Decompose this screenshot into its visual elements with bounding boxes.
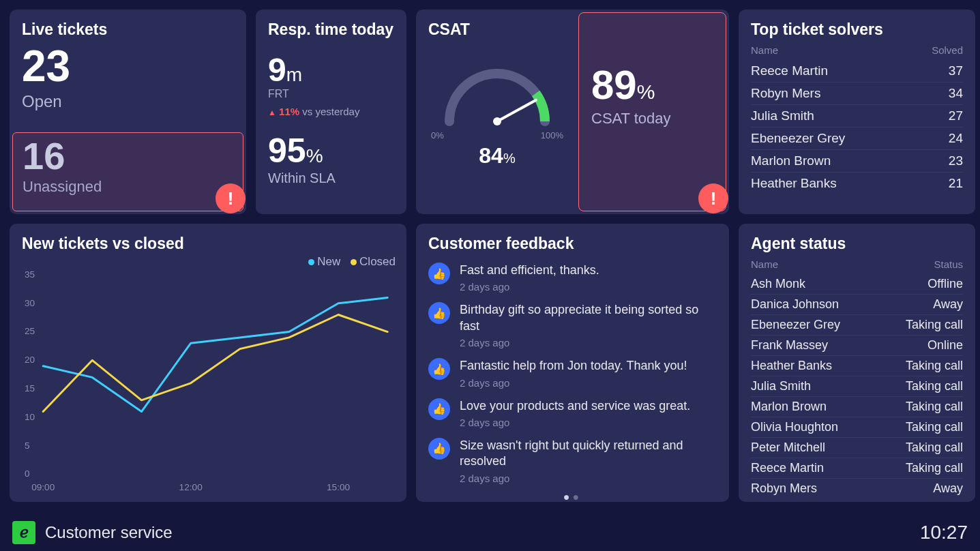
- feedback-text: Fantastic help from Jon today. Thank you…: [460, 358, 687, 374]
- svg-text:09:00: 09:00: [31, 482, 55, 492]
- table-row: Reece MartinTaking call: [751, 458, 963, 478]
- svg-text:15:00: 15:00: [327, 482, 351, 492]
- svg-text:5: 5: [25, 441, 30, 451]
- solver-name: Robyn Mers: [751, 86, 820, 101]
- solver-count: 27: [949, 108, 963, 123]
- legend-dot-closed: [351, 259, 357, 265]
- solver-count: 21: [949, 176, 963, 191]
- legend-dot-new: [308, 259, 314, 265]
- col-solved: Solved: [932, 44, 963, 56]
- table-row: Ebeneezer Grey24: [751, 127, 963, 149]
- table-row: Ash MonkOffline: [751, 274, 963, 294]
- thumbs-up-icon: 👍: [428, 263, 450, 284]
- agent-status-card: Agent status Name Status Ash MonkOffline…: [739, 224, 975, 502]
- table-row: Julia Smith27: [751, 104, 963, 127]
- line-chart: 0510152025303509:0012:0015:00: [22, 265, 394, 497]
- svg-text:35: 35: [25, 269, 35, 280]
- gauge-value: 84%: [428, 143, 566, 168]
- feedback-item: 👍Fast and efficient, thanks.2 days ago: [428, 263, 717, 293]
- logo-icon: ℯ: [12, 521, 35, 544]
- csat-today-panel: 89% CSAT today !: [578, 12, 726, 211]
- agent-status: Taking call: [906, 441, 963, 455]
- feedback-time: 2 days ago: [460, 417, 690, 428]
- pagination-dots[interactable]: ●●: [428, 491, 717, 502]
- solver-count: 23: [949, 153, 963, 168]
- agent-name: Julia Smith: [751, 379, 811, 393]
- footer-bar: ℯ Customer service 10:27: [0, 514, 980, 551]
- feedback-card: Customer feedback 👍Fast and efficient, t…: [416, 224, 729, 502]
- sla-value: 95%: [268, 134, 394, 168]
- agent-name: Reece Martin: [751, 461, 824, 475]
- frt-delta-pct: 11%: [279, 106, 299, 117]
- solver-count: 24: [949, 131, 963, 146]
- table-row: Reece Martin37: [751, 60, 963, 82]
- thumbs-up-icon: 👍: [428, 438, 450, 460]
- agent-name: Marlon Brown: [751, 400, 827, 414]
- agent-name: Peter Mitchell: [751, 441, 825, 455]
- svg-line-0: [497, 100, 536, 121]
- agent-status: Taking call: [906, 359, 963, 373]
- svg-text:12:00: 12:00: [179, 482, 203, 492]
- table-row: Danica JohnsonAway: [751, 294, 963, 314]
- table-row: Ebeneezer GreyTaking call: [751, 314, 963, 335]
- agent-name: Ash Monk: [751, 277, 805, 291]
- agent-status: Offline: [927, 277, 963, 291]
- card-title: Resp. time today: [268, 20, 394, 39]
- solver-count: 34: [949, 86, 963, 101]
- feedback-text: Fast and efficient, thanks.: [460, 263, 599, 278]
- sla-number: 95: [268, 132, 306, 170]
- frt-unit: m: [286, 64, 302, 85]
- csat-today-label: CSAT today: [591, 110, 713, 128]
- card-title: Live tickets: [22, 20, 234, 39]
- chart-legend: New Closed: [301, 255, 396, 269]
- agent-status: Taking call: [906, 461, 963, 475]
- svg-text:25: 25: [25, 326, 35, 336]
- thumbs-up-icon: 👍: [428, 398, 450, 420]
- live-tickets-card: Live tickets 23 Open 16 Unassigned !: [10, 10, 246, 214]
- frt-label: FRT: [268, 88, 394, 100]
- solver-name: Marlon Brown: [751, 153, 831, 168]
- agent-name: Olivia Houghton: [751, 420, 838, 434]
- unassigned-tickets-label: Unassigned: [23, 178, 233, 196]
- gauge-unit: %: [503, 151, 516, 166]
- agent-status: Taking call: [906, 379, 963, 393]
- col-name: Name: [751, 258, 778, 270]
- gauge-number: 84: [479, 143, 503, 168]
- agent-status: Taking call: [906, 400, 963, 414]
- solver-name: Julia Smith: [751, 108, 814, 123]
- feedback-text: Size wasn't right but quickly returned a…: [460, 438, 717, 470]
- thumbs-up-icon: 👍: [428, 302, 450, 324]
- table-header: Name Status: [751, 258, 963, 270]
- alert-icon: !: [698, 183, 728, 213]
- card-title: Top ticket solvers: [751, 20, 963, 39]
- card-title: Agent status: [751, 235, 963, 253]
- solver-name: Heather Banks: [751, 176, 837, 191]
- solver-count: 37: [949, 63, 963, 78]
- feedback-item: 👍Birthday gift so appreciate it being so…: [428, 302, 717, 348]
- table-row: Peter MitchellTaking call: [751, 437, 963, 458]
- agent-status: Taking call: [906, 318, 963, 332]
- solver-name: Ebeneezer Grey: [751, 131, 845, 146]
- agent-name: Ebeneezer Grey: [751, 318, 840, 332]
- feedback-time: 2 days ago: [460, 473, 717, 484]
- feedback-time: 2 days ago: [460, 377, 687, 389]
- agent-name: Frank Massey: [751, 338, 828, 353]
- frt-number: 9: [268, 52, 286, 88]
- feedback-time: 2 days ago: [460, 337, 717, 348]
- agent-status: Away: [933, 481, 963, 496]
- feedback-time: 2 days ago: [460, 281, 599, 293]
- legend-closed: Closed: [359, 255, 396, 268]
- feedback-text: Love your products and service was great…: [460, 398, 690, 414]
- agent-name: Danica Johnson: [751, 297, 839, 312]
- svg-text:10: 10: [25, 412, 35, 422]
- card-title: Customer feedback: [428, 235, 717, 253]
- svg-point-1: [493, 117, 501, 125]
- open-tickets-label: Open: [22, 92, 234, 111]
- unassigned-alert-panel: 16 Unassigned !: [12, 132, 243, 211]
- csat-today-number: 89: [591, 62, 637, 108]
- table-row: Julia SmithTaking call: [751, 376, 963, 396]
- csat-card: CSAT 0% 100% 84% 89%: [416, 10, 729, 214]
- agent-status: Taking call: [906, 420, 963, 434]
- table-row: Robyn Mers34: [751, 82, 963, 104]
- card-title: New tickets vs closed: [22, 235, 394, 253]
